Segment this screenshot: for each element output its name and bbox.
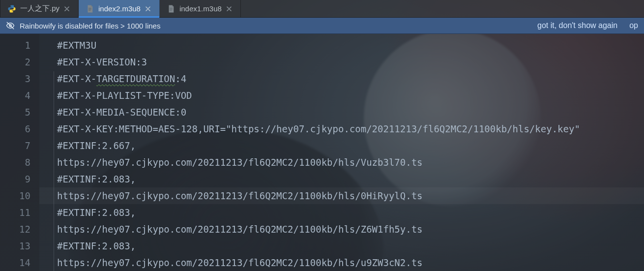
code-line: #EXTINF:2.083, [57,171,644,187]
code-line: #EXTINF:2.667, [57,137,644,154]
line-number: 13 [0,238,30,254]
code-line: #EXT-X-MEDIA-SEQUENCE:0 [57,104,644,120]
tab-label: index1.m3u8 [179,4,222,13]
tab-close-icon[interactable] [226,5,233,12]
code-line: #EXT-X-KEY:METHOD=AES-128,URI="https://h… [57,120,644,137]
notice-bar: Rainbowify is disabled for files > 1000 … [0,18,644,34]
text-file-icon [86,4,94,13]
editor-tabs: 一人之下.py index2.m3u8 index1.m3u8 [0,0,644,18]
line-number: 2 [0,54,30,70]
code-line: https://hey07.cjkypo.com/20211213/fl6Q2M… [57,254,644,271]
line-number: 7 [0,137,30,154]
code-editor[interactable]: 1 2 3 4 5 6 7 8 9 10 11 12 13 14 #EXTM3U… [0,34,644,271]
tab-close-icon[interactable] [63,5,70,12]
notice-action-got-it[interactable]: got it, don't show again [537,21,617,30]
tab-index1-m3u8[interactable]: index1.m3u8 [160,0,241,17]
code-line: https://hey07.cjkypo.com/20211213/fl6Q2M… [57,187,644,204]
notice-actions: got it, don't show again op [537,21,638,30]
line-number: 4 [0,87,30,104]
line-number: 3 [0,70,30,87]
tab-index2-m3u8[interactable]: index2.m3u8 [79,0,160,17]
line-number: 1 [0,37,30,54]
line-number: 10 [0,187,30,204]
eye-off-icon [6,21,15,30]
code-area[interactable]: #EXTM3U #EXT-X-VERSION:3 #EXT-X-TARGETDU… [39,34,644,271]
line-number: 8 [0,154,30,171]
code-line: #EXT-X-VERSION:3 [57,54,644,70]
line-number: 9 [0,171,30,187]
code-line: #EXTINF:2.083, [57,204,644,221]
line-number: 5 [0,104,30,120]
tab-close-icon[interactable] [145,5,151,12]
tab-label: 一人之下.py [20,4,59,13]
code-line: https://hey07.cjkypo.com/20211213/fl6Q2M… [57,221,644,238]
text-file-icon [167,4,176,13]
code-line: #EXT-X-TARGETDURATION:4 [57,70,644,87]
code-line: #EXTM3U [57,37,644,54]
line-number: 12 [0,221,30,238]
line-number: 6 [0,120,30,137]
notice-message: Rainbowify is disabled for files > 1000 … [20,22,160,30]
notice-action-open-settings[interactable]: op [629,21,638,30]
line-number-gutter: 1 2 3 4 5 6 7 8 9 10 11 12 13 14 [0,34,39,271]
tab-python-file[interactable]: 一人之下.py [0,0,79,17]
code-line: #EXTINF:2.083, [57,238,644,254]
gutter-code-divider [54,71,54,271]
python-file-icon [7,4,16,13]
line-number: 14 [0,254,30,271]
spell-warning: TARGETDURATION [96,73,175,84]
tab-label: index2.m3u8 [98,4,141,13]
line-number: 11 [0,204,30,221]
code-line: https://hey07.cjkypo.com/20211213/fl6Q2M… [57,154,644,171]
code-line: #EXT-X-PLAYLIST-TYPE:VOD [57,87,644,104]
